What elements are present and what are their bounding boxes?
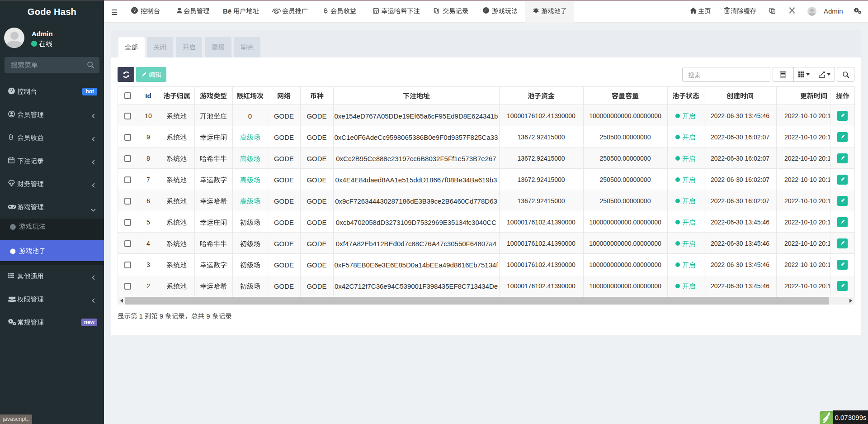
svg-text:A: A [772,10,774,14]
